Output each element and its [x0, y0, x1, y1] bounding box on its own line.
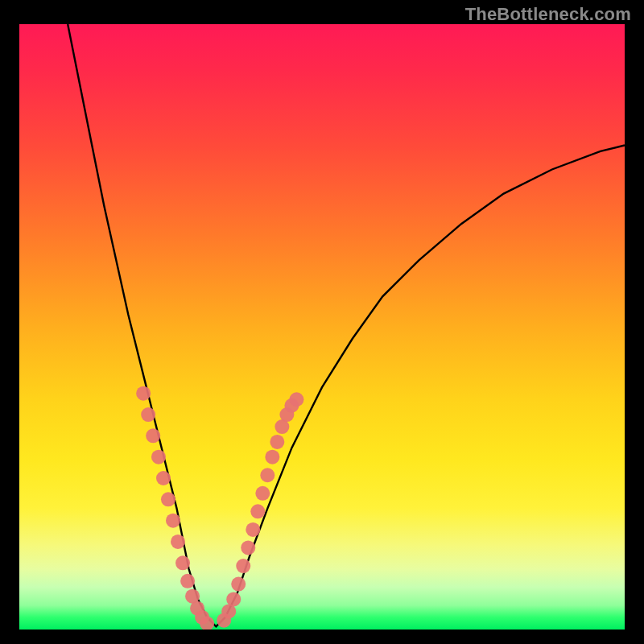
- chart-stage: TheBottleneck.com: [0, 0, 644, 644]
- marker-dot: [136, 386, 151, 401]
- marker-dot: [166, 514, 180, 528]
- marker-dot: [146, 428, 160, 443]
- marker-dot: [289, 392, 303, 407]
- marker-dot: [175, 555, 190, 570]
- marker-dot: [236, 559, 250, 573]
- curve-path: [68, 24, 625, 626]
- marker-dot: [161, 492, 175, 506]
- marker-dot: [151, 450, 166, 464]
- watermark-text: TheBottleneck.com: [465, 4, 631, 25]
- curve-layer: [19, 24, 625, 630]
- marker-dot: [171, 535, 185, 549]
- marker-cluster-right: [217, 392, 303, 627]
- marker-dot: [241, 540, 255, 555]
- marker-dot: [156, 471, 171, 485]
- bottleneck-curve: [68, 24, 625, 626]
- marker-dot: [226, 592, 241, 606]
- marker-cluster-left: [136, 386, 214, 630]
- marker-dot: [270, 435, 284, 449]
- marker-dot: [260, 468, 275, 482]
- marker-dot: [141, 407, 155, 422]
- marker-dot: [255, 486, 270, 501]
- plot-area: [19, 24, 625, 630]
- marker-dot: [246, 522, 260, 537]
- marker-dot: [180, 574, 195, 588]
- marker-dot: [265, 450, 279, 464]
- marker-dot: [250, 504, 265, 518]
- marker-dot: [231, 577, 246, 592]
